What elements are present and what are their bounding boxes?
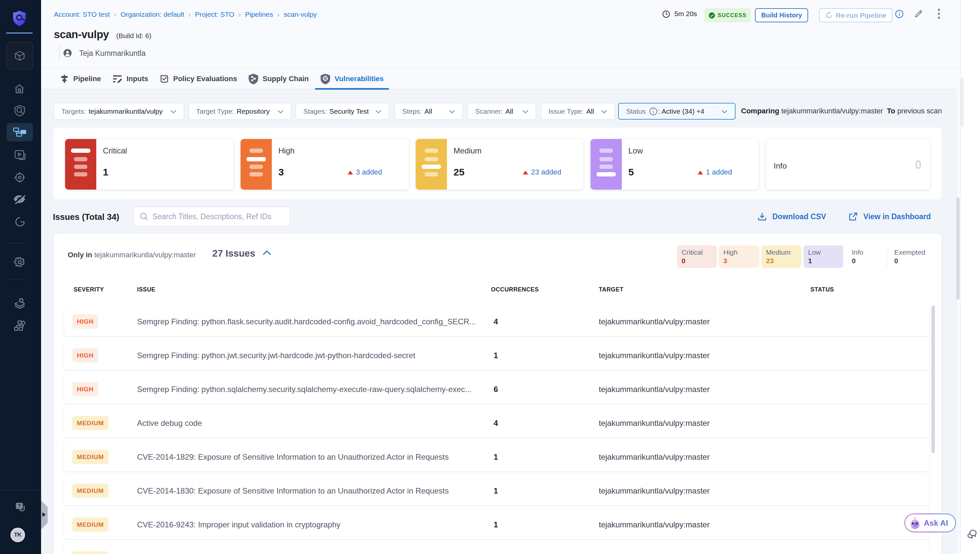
- svg-text:?: ?: [18, 503, 21, 508]
